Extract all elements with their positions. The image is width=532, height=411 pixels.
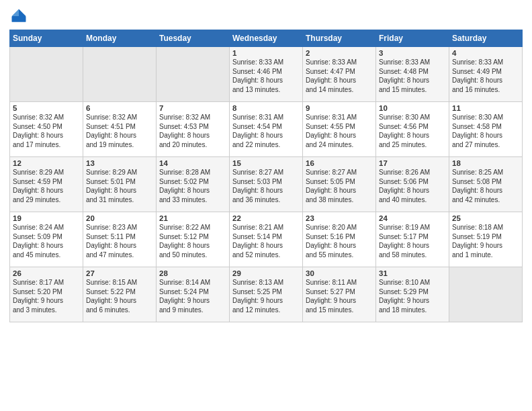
day-number: 1 [232,49,300,57]
day-number: 18 [452,159,519,167]
calendar-cell: 30Sunrise: 8:11 AM Sunset: 5:27 PM Dayli… [303,267,376,322]
day-number: 11 [452,104,519,112]
day-info: Sunrise: 8:32 AM Sunset: 4:50 PM Dayligh… [13,113,80,149]
calendar-cell: 20Sunrise: 8:23 AM Sunset: 5:11 PM Dayli… [83,212,157,267]
day-info: Sunrise: 8:10 AM Sunset: 5:29 PM Dayligh… [379,278,446,314]
calendar-cell: 27Sunrise: 8:15 AM Sunset: 5:22 PM Dayli… [83,267,157,322]
calendar-cell: 2Sunrise: 8:33 AM Sunset: 4:47 PM Daylig… [303,47,376,102]
calendar-cell: 1Sunrise: 8:33 AM Sunset: 4:46 PM Daylig… [230,47,303,102]
weekday-header-wednesday: Wednesday [230,30,303,47]
calendar-cell: 22Sunrise: 8:21 AM Sunset: 5:14 PM Dayli… [230,212,303,267]
day-info: Sunrise: 8:32 AM Sunset: 4:51 PM Dayligh… [86,113,153,149]
calendar-cell: 3Sunrise: 8:33 AM Sunset: 4:48 PM Daylig… [376,47,449,102]
calendar-week-4: 19Sunrise: 8:24 AM Sunset: 5:09 PM Dayli… [10,212,523,267]
day-info: Sunrise: 8:11 AM Sunset: 5:27 PM Dayligh… [306,278,373,314]
day-number: 13 [86,159,153,167]
calendar-cell: 21Sunrise: 8:22 AM Sunset: 5:12 PM Dayli… [157,212,230,267]
calendar-cell: 23Sunrise: 8:20 AM Sunset: 5:16 PM Dayli… [303,212,376,267]
calendar-week-3: 12Sunrise: 8:29 AM Sunset: 4:59 PM Dayli… [10,157,523,212]
weekday-header-monday: Monday [83,30,157,47]
svg-marker-1 [12,9,19,17]
day-number: 14 [159,159,226,167]
day-number: 16 [306,159,373,167]
calendar-cell: 11Sunrise: 8:30 AM Sunset: 4:58 PM Dayli… [449,102,523,157]
calendar-week-2: 5Sunrise: 8:32 AM Sunset: 4:50 PM Daylig… [10,102,523,157]
calendar-cell [157,47,230,102]
svg-rect-2 [12,16,26,22]
calendar-cell: 17Sunrise: 8:26 AM Sunset: 5:06 PM Dayli… [376,157,449,212]
day-info: Sunrise: 8:27 AM Sunset: 5:03 PM Dayligh… [232,168,300,204]
weekday-header-friday: Friday [376,30,449,47]
calendar-cell: 14Sunrise: 8:28 AM Sunset: 5:02 PM Dayli… [157,157,230,212]
day-info: Sunrise: 8:29 AM Sunset: 5:01 PM Dayligh… [86,168,153,204]
calendar-cell: 26Sunrise: 8:17 AM Sunset: 5:20 PM Dayli… [10,267,83,322]
day-info: Sunrise: 8:31 AM Sunset: 4:55 PM Dayligh… [306,113,373,149]
calendar-cell: 10Sunrise: 8:30 AM Sunset: 4:56 PM Dayli… [376,102,449,157]
day-number: 8 [232,104,300,112]
calendar-cell [83,47,157,102]
svg-marker-0 [19,9,26,17]
day-number: 2 [306,49,373,57]
calendar-cell: 25Sunrise: 8:18 AM Sunset: 5:19 PM Dayli… [449,212,523,267]
day-number: 20 [86,214,153,222]
day-number: 7 [159,104,226,112]
calendar-cell: 31Sunrise: 8:10 AM Sunset: 5:29 PM Dayli… [376,267,449,322]
day-number: 30 [306,269,373,277]
day-number: 9 [306,104,373,112]
calendar-cell: 7Sunrise: 8:32 AM Sunset: 4:53 PM Daylig… [157,102,230,157]
day-number: 3 [379,49,446,57]
calendar-cell: 13Sunrise: 8:29 AM Sunset: 5:01 PM Dayli… [83,157,157,212]
day-info: Sunrise: 8:33 AM Sunset: 4:49 PM Dayligh… [452,58,519,94]
day-number: 19 [13,214,80,222]
calendar-cell: 18Sunrise: 8:25 AM Sunset: 5:08 PM Dayli… [449,157,523,212]
day-info: Sunrise: 8:22 AM Sunset: 5:12 PM Dayligh… [159,223,226,259]
calendar-cell: 6Sunrise: 8:32 AM Sunset: 4:51 PM Daylig… [83,102,157,157]
day-info: Sunrise: 8:27 AM Sunset: 5:05 PM Dayligh… [306,168,373,204]
day-info: Sunrise: 8:24 AM Sunset: 5:09 PM Dayligh… [13,223,80,259]
calendar-cell: 29Sunrise: 8:13 AM Sunset: 5:25 PM Dayli… [230,267,303,322]
day-number: 29 [232,269,300,277]
page: SundayMondayTuesdayWednesdayThursdayFrid… [0,0,532,411]
day-number: 12 [13,159,80,167]
calendar-week-1: 1Sunrise: 8:33 AM Sunset: 4:46 PM Daylig… [10,47,523,102]
day-number: 31 [379,269,446,277]
day-info: Sunrise: 8:18 AM Sunset: 5:19 PM Dayligh… [452,223,519,259]
weekday-header-saturday: Saturday [449,30,523,47]
day-number: 23 [306,214,373,222]
weekday-header-sunday: Sunday [10,30,83,47]
day-info: Sunrise: 8:19 AM Sunset: 5:17 PM Dayligh… [379,223,446,259]
logo-icon [9,7,28,26]
day-info: Sunrise: 8:14 AM Sunset: 5:24 PM Dayligh… [159,278,226,314]
calendar-cell: 12Sunrise: 8:29 AM Sunset: 4:59 PM Dayli… [10,157,83,212]
calendar-cell: 16Sunrise: 8:27 AM Sunset: 5:05 PM Dayli… [303,157,376,212]
calendar-cell: 24Sunrise: 8:19 AM Sunset: 5:17 PM Dayli… [376,212,449,267]
day-info: Sunrise: 8:29 AM Sunset: 4:59 PM Dayligh… [13,168,80,204]
day-info: Sunrise: 8:30 AM Sunset: 4:58 PM Dayligh… [452,113,519,149]
day-number: 10 [379,104,446,112]
calendar-cell: 15Sunrise: 8:27 AM Sunset: 5:03 PM Dayli… [230,157,303,212]
day-info: Sunrise: 8:20 AM Sunset: 5:16 PM Dayligh… [306,223,373,259]
weekday-header-thursday: Thursday [303,30,376,47]
day-number: 28 [159,269,226,277]
day-info: Sunrise: 8:31 AM Sunset: 4:54 PM Dayligh… [232,113,300,149]
calendar-cell: 8Sunrise: 8:31 AM Sunset: 4:54 PM Daylig… [230,102,303,157]
calendar-table: SundayMondayTuesdayWednesdayThursdayFrid… [9,30,523,322]
day-number: 21 [159,214,226,222]
day-number: 15 [232,159,300,167]
weekday-header-tuesday: Tuesday [157,30,230,47]
day-number: 5 [13,104,80,112]
day-info: Sunrise: 8:26 AM Sunset: 5:06 PM Dayligh… [379,168,446,204]
day-info: Sunrise: 8:28 AM Sunset: 5:02 PM Dayligh… [159,168,226,204]
day-info: Sunrise: 8:33 AM Sunset: 4:46 PM Dayligh… [232,58,300,94]
calendar-cell [10,47,83,102]
day-info: Sunrise: 8:33 AM Sunset: 4:47 PM Dayligh… [306,58,373,94]
day-number: 27 [86,269,153,277]
day-info: Sunrise: 8:13 AM Sunset: 5:25 PM Dayligh… [232,278,300,314]
day-number: 6 [86,104,153,112]
day-number: 4 [452,49,519,57]
calendar-cell: 5Sunrise: 8:32 AM Sunset: 4:50 PM Daylig… [10,102,83,157]
calendar-cell: 4Sunrise: 8:33 AM Sunset: 4:49 PM Daylig… [449,47,523,102]
calendar-cell: 19Sunrise: 8:24 AM Sunset: 5:09 PM Dayli… [10,212,83,267]
header [9,7,523,26]
day-number: 22 [232,214,300,222]
